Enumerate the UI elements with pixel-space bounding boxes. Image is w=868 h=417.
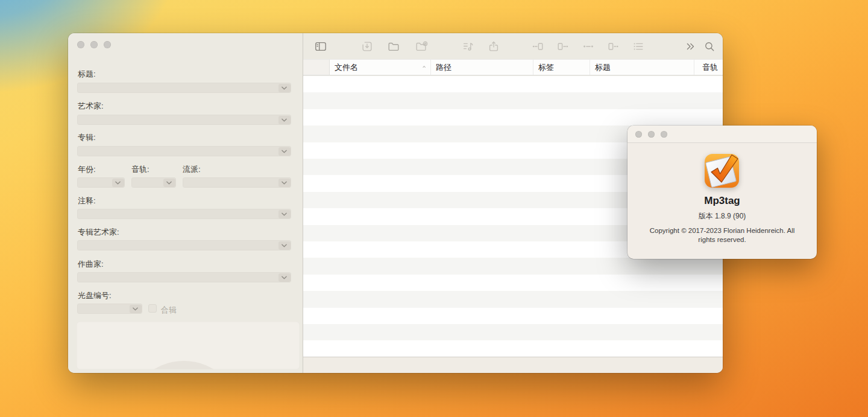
app-version: 版本 1.8.9 (90) — [627, 211, 817, 221]
chevron-down-icon[interactable] — [278, 179, 291, 187]
genre-combobox[interactable] — [183, 177, 291, 188]
tag-panel: 标题: 艺术家: 专辑: 年份: 音轨: 流派: 注释: 专辑艺术家: 作曲家:… — [68, 33, 303, 373]
chevron-down-icon[interactable] — [278, 210, 291, 218]
app-name: Mp3tag — [627, 195, 817, 207]
comment-field-label: 注释: — [78, 196, 96, 206]
mp3tag-main-window: 标题: 艺术家: 专辑: 年份: 音轨: 流派: 注释: 专辑艺术家: 作曲家:… — [68, 33, 723, 373]
mp3tag-app-icon — [703, 150, 741, 189]
app-copyright: Copyright © 2017-2023 Florian Heidenreic… — [641, 226, 804, 244]
toolbar — [303, 33, 723, 59]
compilation-checkbox-label: 合辑 — [161, 305, 177, 316]
window-controls — [635, 131, 667, 138]
album-combobox[interactable] — [77, 146, 291, 156]
comment-combobox[interactable] — [77, 209, 291, 219]
album-field-label: 专辑: — [78, 132, 96, 143]
change-directory-icon[interactable] — [414, 39, 429, 54]
year-field-label: 年份: — [78, 164, 96, 175]
about-titlebar[interactable] — [627, 126, 817, 143]
file-list-header: 文件名 ^ 路径 标签 标题 音轨 — [303, 59, 723, 75]
column-header-title[interactable]: 标题 — [590, 60, 694, 75]
column-label: 标题 — [595, 62, 611, 73]
composer-combobox[interactable] — [77, 272, 291, 282]
chevron-down-icon[interactable] — [130, 305, 142, 313]
albumartist-combobox[interactable] — [77, 240, 291, 250]
sort-ascending-icon: ^ — [423, 65, 426, 70]
save-tag-icon[interactable] — [360, 39, 374, 54]
track-field-label: 音轨: — [131, 164, 149, 175]
close-button[interactable] — [77, 41, 84, 48]
remove-tag-icon[interactable] — [461, 39, 476, 54]
title-combobox[interactable] — [77, 83, 291, 93]
discnumber-field-label: 光盘编号: — [78, 290, 112, 301]
filename-to-filename-icon[interactable] — [606, 39, 621, 54]
filename-to-tag-icon[interactable] — [556, 39, 570, 54]
chevron-down-icon[interactable] — [163, 179, 175, 187]
column-header-tag[interactable]: 标签 — [533, 60, 590, 75]
chevron-down-icon[interactable] — [278, 147, 291, 156]
cover-art-dropzone[interactable] — [77, 322, 300, 369]
actions-icon[interactable] — [631, 39, 646, 54]
track-combobox[interactable] — [131, 177, 176, 188]
about-mp3tag-window: Mp3tag 版本 1.8.9 (90) Copyright © 2017-20… — [627, 126, 817, 259]
year-combobox[interactable] — [77, 177, 125, 188]
tag-to-filename-icon[interactable] — [530, 39, 545, 54]
genre-field-label: 流派: — [183, 164, 201, 175]
column-header-status[interactable] — [303, 60, 330, 75]
close-button[interactable] — [635, 131, 642, 138]
chevron-down-icon[interactable] — [278, 273, 291, 282]
status-bar — [303, 357, 723, 373]
about-content: Mp3tag 版本 1.8.9 (90) Copyright © 2017-20… — [627, 143, 817, 244]
column-header-track[interactable]: 音轨 — [694, 60, 723, 75]
chevron-down-icon[interactable] — [112, 179, 124, 187]
zoom-button[interactable] — [104, 41, 111, 48]
column-label: 文件名 — [335, 62, 358, 73]
search-icon[interactable] — [702, 39, 717, 54]
cd-disc-placeholder-icon — [127, 361, 241, 369]
minimize-button[interactable] — [648, 131, 655, 138]
albumartist-field-label: 专辑艺术家: — [78, 227, 119, 238]
export-icon[interactable] — [486, 39, 501, 54]
artist-field-label: 艺术家: — [78, 101, 104, 112]
zoom-button[interactable] — [661, 131, 667, 138]
column-label: 路径 — [436, 62, 451, 73]
tag-to-tag-icon[interactable] — [581, 39, 596, 54]
column-header-filename[interactable]: 文件名 ^ — [330, 60, 431, 75]
chevron-down-icon[interactable] — [278, 241, 291, 250]
window-controls — [77, 41, 111, 48]
compilation-checkbox[interactable] — [148, 304, 157, 313]
artist-combobox[interactable] — [77, 115, 291, 125]
overflow-chevrons-icon[interactable] — [683, 39, 697, 54]
column-label: 音轨 — [702, 62, 718, 73]
chevron-down-icon[interactable] — [278, 84, 291, 92]
composer-field-label: 作曲家: — [78, 259, 104, 270]
minimize-button[interactable] — [90, 41, 98, 48]
discnumber-combobox[interactable] — [77, 304, 142, 314]
sidebar-toggle-icon[interactable] — [313, 39, 328, 54]
column-header-path[interactable]: 路径 — [431, 60, 533, 75]
column-label: 标签 — [538, 62, 554, 73]
chevron-down-icon[interactable] — [278, 116, 291, 124]
open-folder-icon[interactable] — [386, 39, 401, 54]
title-field-label: 标题: — [78, 69, 96, 80]
